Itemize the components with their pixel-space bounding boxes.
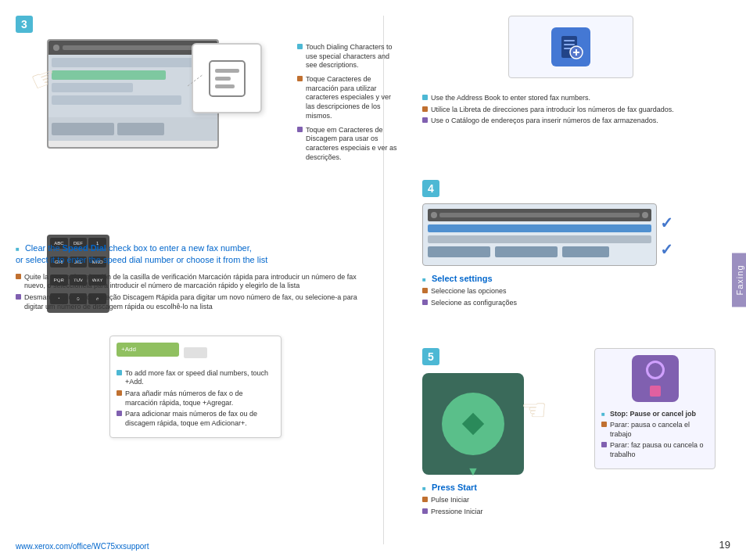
website-url: www.xerox.com/office/WC75xxsupport [16, 542, 149, 551]
dialing-characters-icon [206, 57, 249, 100]
screen-bottom [48, 117, 217, 141]
add-text-en-content: To add more fax or speed dial numbers, t… [125, 369, 274, 387]
speed-dial-section: ■ Clear the Speed Dial check box to ente… [16, 242, 375, 438]
stop-es-content: Parar: pausa o cancela el trabajo [610, 421, 708, 439]
sidebar-tab-label: Faxing [735, 264, 744, 295]
addressbook-visual-wrapper [422, 16, 719, 86]
start-button-mockup [422, 373, 524, 475]
press-start-label: Press Start [432, 483, 477, 492]
speed-dial-heading: Clear the Speed Dial check box to enter … [16, 243, 267, 264]
step3-device-mockup: ☞ [47, 39, 219, 188]
bullet-pt-stop [601, 442, 607, 447]
svg-rect-2 [215, 77, 231, 81]
bullet-en-stop: ■ [601, 411, 605, 418]
select-label-text: Select settings [432, 274, 493, 283]
add-text-es: Para añadir más números de fax o de marc… [117, 389, 274, 407]
stop-text-pt: Parar: faz pausa ou cancela o trabalho [601, 441, 708, 459]
speed-dial-input-box: +Add To add more fax or speed dial numbe… [109, 336, 282, 438]
screen-row-green [52, 70, 166, 80]
speed-dial-heading-wrapper: ■ Clear the Speed Dial check box to ente… [16, 242, 375, 267]
step3-description: Touch Dialing Characters to use special … [297, 43, 399, 164]
step5-section: 5 ▼ ☞ ■ Press Start Pulse Iniciar Pressi… [422, 348, 571, 519]
start-button-diamond [462, 413, 484, 435]
input-box-top: +Add [117, 343, 274, 363]
stop-button-visual [632, 355, 679, 402]
step3-text-en: Touch Dialing Characters to use special … [297, 43, 399, 70]
bullet-es-ab [422, 106, 428, 112]
press-start-pt-content: Pressione Iniciar [431, 508, 483, 517]
select-text-es: Seleccione las opciones [422, 287, 727, 296]
step3-badge: 3 [16, 16, 33, 33]
speed-dial-text-pt: Desmarque a caixa de seleção Discagem Rá… [16, 293, 375, 311]
press-start-es-content: Pulse Iniciar [431, 496, 469, 505]
step5-header: 5 [422, 348, 571, 365]
bullet-pt-pressstart [422, 508, 428, 514]
select-es-content: Seleccione las opciones [431, 287, 507, 296]
bullet-es-pressstart [422, 497, 428, 502]
step4-screen-top [428, 209, 651, 221]
stop-heading: Stop: Pause or cancel job [610, 410, 696, 418]
stop-text-en-wrapper: ■ Stop: Pause or cancel job [601, 408, 708, 418]
screen-dot [53, 45, 59, 51]
speed-dial-es-content: Quite la marca de selección de la casill… [24, 273, 375, 291]
step3-text-es: Toque Caracteres de marcación para utili… [297, 75, 399, 120]
address-book-text-es: Utilice la Libreta de direcciones para i… [422, 106, 719, 115]
bullet-pt-select [422, 300, 428, 305]
screen-row-short [52, 83, 133, 92]
step3-text-es-content: Toque Caracteres de marcación para utili… [306, 75, 399, 120]
bullet-es-step3 [297, 76, 303, 81]
step4-dot2 [642, 212, 648, 218]
bullet-en-add [117, 370, 122, 375]
press-start-en-wrapper: ■ Press Start [422, 483, 571, 492]
start-button-wrapper: ▼ ☞ [422, 373, 524, 475]
select-pt-content: Selecione as configurações [431, 299, 517, 308]
step5-badge-text: 5 [428, 350, 434, 363]
bullet-pt-step3 [297, 127, 303, 132]
step4-device-wrapper: ✓ ✓ [422, 203, 672, 266]
step4-cell3 [562, 246, 609, 257]
step3-text-pt-content: Toque em Caracteres de Discagem para usa… [306, 126, 399, 163]
step4-title-bar [439, 213, 640, 217]
stop-circle-icon [646, 361, 665, 379]
bullet-en-step3 [297, 44, 303, 49]
step4-device-mockup: ✓ ✓ [422, 203, 657, 266]
step4-row-active [428, 224, 651, 232]
hand-pointer: ☞ [521, 393, 547, 427]
step4-badge: 4 [422, 180, 439, 197]
add-text-en: To add more fax or speed dial numbers, t… [117, 369, 274, 387]
sidebar-tab: Faxing [732, 253, 746, 307]
step5-badge: 5 [422, 348, 439, 365]
checkmark1: ✓ [660, 214, 673, 232]
bullet-en-speeddial: ■ [16, 246, 20, 253]
step4-header: 4 [422, 180, 727, 197]
screen-btn2 [117, 123, 164, 135]
screen-row1 [52, 58, 198, 67]
press-start-text-wrapper: ■ Press Start Pulse Iniciar Pressione In… [422, 483, 571, 516]
input-mock-right [184, 347, 207, 358]
add-text-pt-content: Para adicionar mais números de fax ou de… [125, 410, 274, 428]
addressbook-box [508, 16, 633, 78]
input-mock-label: +Add [121, 346, 136, 353]
step4-bottom-rows [428, 246, 651, 257]
step4-dot [431, 212, 437, 218]
step4-cell1 [428, 246, 490, 257]
svg-rect-1 [215, 69, 239, 73]
stop-button-box: ■ Stop: Pause or cancel job Parar: pausa… [594, 348, 716, 469]
bullet-en-pressstart: ■ [422, 485, 426, 492]
bullet-es-add [117, 390, 122, 396]
press-start-pt: Pressione Iniciar [422, 508, 571, 517]
stop-text-es: Parar: pausa o cancela el trabajo [601, 421, 708, 439]
add-text-pt: Para adicionar mais números de fax ou de… [117, 410, 274, 428]
stop-pt-content: Parar: faz pausa ou cancela o trabalho [610, 441, 708, 459]
screen-row2 [52, 95, 181, 105]
svg-rect-7 [564, 44, 575, 45]
step3-header: 3 [16, 16, 375, 33]
bullet-pt-speeddial [16, 294, 21, 300]
address-book-svg [558, 34, 585, 61]
start-button-inner [442, 393, 504, 455]
ab-text-es: Utilice la Libreta de direcciones para i… [431, 106, 674, 115]
step4-cell2 [495, 246, 558, 257]
stop-square-icon [650, 386, 661, 397]
address-book-text-pt: Use o Catálogo de endereços para inserir… [422, 117, 719, 126]
zoom-bubble [192, 43, 262, 113]
